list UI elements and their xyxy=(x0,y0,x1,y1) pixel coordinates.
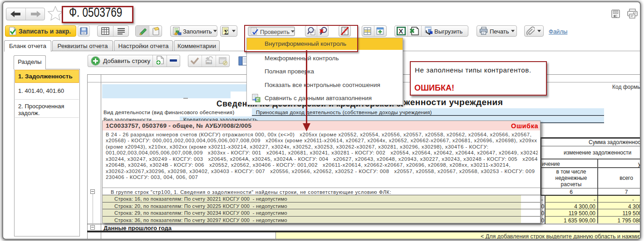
svg-text:X: X xyxy=(398,27,403,35)
svg-text:REC: REC xyxy=(206,62,212,64)
svg-text:Σ: Σ xyxy=(224,29,228,35)
